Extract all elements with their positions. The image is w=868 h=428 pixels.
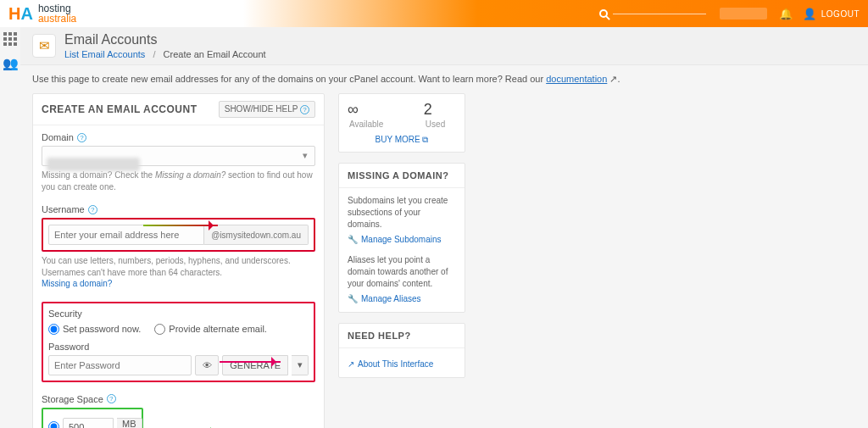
security-set-now-option[interactable]: Set password now. bbox=[48, 324, 141, 335]
missing-domain-p2: Aliases let you point a domain towards a… bbox=[348, 254, 456, 290]
missing-domain-title: MISSING A DOMAIN? bbox=[339, 164, 465, 188]
missing-domain-link[interactable]: Missing a domain? bbox=[42, 279, 112, 288]
stats-panel: ∞ Available 2 Used BUY MORE ⧉ bbox=[338, 93, 465, 153]
user-name-blur bbox=[720, 8, 767, 19]
search-input-underline[interactable] bbox=[613, 14, 706, 14]
external-link-icon: ⧉ bbox=[422, 135, 428, 144]
missing-domain-panel: MISSING A DOMAIN? Subdomains let you cre… bbox=[338, 163, 465, 313]
domain-value-blur bbox=[47, 158, 140, 171]
used-value: 2 bbox=[424, 101, 432, 118]
panel-heading: CREATE AN EMAIL ACCOUNT bbox=[42, 103, 198, 115]
domain-suffix: @ismysitedown.com.au bbox=[204, 225, 309, 245]
domain-group: Domain ? Missing a domain? Check the Mis… bbox=[33, 125, 324, 197]
list-email-accounts-link[interactable]: List Email Accounts bbox=[64, 49, 145, 59]
generate-options-caret[interactable]: ▾ bbox=[292, 355, 309, 375]
help-icon: ? bbox=[300, 105, 309, 114]
security-alt-email-option[interactable]: Provide alternate email. bbox=[154, 324, 267, 335]
brand-mark: HA bbox=[8, 4, 33, 24]
show-hide-help-button[interactable]: SHOW/HIDE HELP ? bbox=[219, 101, 315, 118]
security-label: Security bbox=[48, 308, 82, 319]
brand-logo: HA hostingaustralia bbox=[8, 3, 76, 24]
email-accounts-icon: ✉ bbox=[32, 34, 56, 58]
search-icon[interactable] bbox=[599, 9, 608, 18]
help-icon[interactable]: ? bbox=[88, 205, 97, 214]
annotation-arrow-pink bbox=[220, 361, 281, 363]
intro-text: Use this page to create new email addres… bbox=[20, 65, 868, 93]
external-link-icon: ↗ bbox=[607, 74, 617, 84]
storage-group: Storage Space ? MB ▾ 2 GB bbox=[33, 387, 324, 429]
annotation-arrow-red bbox=[143, 225, 218, 226]
help-icon[interactable]: ? bbox=[77, 133, 86, 142]
storage-size-input[interactable] bbox=[63, 418, 114, 429]
username-label: Username bbox=[42, 204, 85, 214]
manage-subdomains-link[interactable]: 🔧 Manage Subdomains bbox=[348, 234, 442, 246]
about-interface-link[interactable]: ↗ About This Interface bbox=[348, 359, 433, 370]
logout-icon[interactable]: 👤 bbox=[803, 8, 816, 20]
security-group: Security Set password now. Provide alter… bbox=[33, 295, 324, 387]
used-label: Used bbox=[426, 120, 445, 129]
missing-domain-p1: Subdomains let you create subsections of… bbox=[348, 195, 456, 231]
domain-hint: Missing a domain? Check the Missing a do… bbox=[42, 170, 315, 192]
logout-link[interactable]: LOGOUT bbox=[821, 9, 860, 19]
username-hint-1: You can use letters, numbers, periods, h… bbox=[42, 255, 315, 267]
storage-label: Storage Space bbox=[42, 394, 103, 404]
toggle-password-visibility-icon[interactable]: 👁 bbox=[195, 355, 219, 375]
brand-text: hostingaustralia bbox=[38, 3, 76, 24]
username-group: Username ? @ismysitedown.com.au You can … bbox=[33, 197, 324, 295]
username-input[interactable] bbox=[48, 225, 204, 245]
create-email-panel: CREATE AN EMAIL ACCOUNT SHOW/HIDE HELP ?… bbox=[32, 93, 325, 428]
wrench-icon: 🔧 bbox=[348, 293, 358, 305]
wrench-icon: 🔧 bbox=[348, 234, 358, 246]
left-rail: 👥 bbox=[0, 27, 20, 71]
available-label: Available bbox=[349, 120, 383, 129]
password-input[interactable] bbox=[48, 355, 192, 375]
username-hint-2: Usernames can't have more than 64 charac… bbox=[42, 267, 315, 279]
need-help-panel: NEED HELP? ↗ About This Interface bbox=[338, 323, 465, 378]
storage-custom-radio[interactable] bbox=[48, 421, 59, 428]
page-header: ✉ Email Accounts List Email Accounts / C… bbox=[20, 27, 868, 65]
apps-grid-icon[interactable] bbox=[3, 32, 17, 46]
available-value: ∞ bbox=[348, 101, 359, 118]
right-column: ∞ Available 2 Used BUY MORE ⧉ MISSING A … bbox=[338, 93, 465, 378]
help-icon[interactable]: ? bbox=[107, 394, 116, 403]
need-help-title: NEED HELP? bbox=[339, 324, 465, 348]
top-bar: HA hostingaustralia 🔔 👤 LOGOUT bbox=[0, 0, 868, 27]
password-label: Password bbox=[48, 342, 89, 352]
bell-icon[interactable]: 🔔 bbox=[779, 8, 793, 20]
manage-aliases-link[interactable]: 🔧 Manage Aliases bbox=[348, 293, 421, 305]
external-link-icon: ↗ bbox=[348, 359, 354, 370]
domain-label: Domain bbox=[42, 132, 74, 142]
page-title: Email Accounts bbox=[64, 32, 266, 47]
documentation-link[interactable]: documentation bbox=[546, 74, 607, 84]
storage-unit-select[interactable]: MB ▾ bbox=[117, 418, 142, 429]
breadcrumb-current: Create an Email Account bbox=[164, 49, 266, 59]
users-icon[interactable]: 👥 bbox=[3, 56, 19, 71]
buy-more-link[interactable]: BUY MORE ⧉ bbox=[376, 135, 429, 144]
